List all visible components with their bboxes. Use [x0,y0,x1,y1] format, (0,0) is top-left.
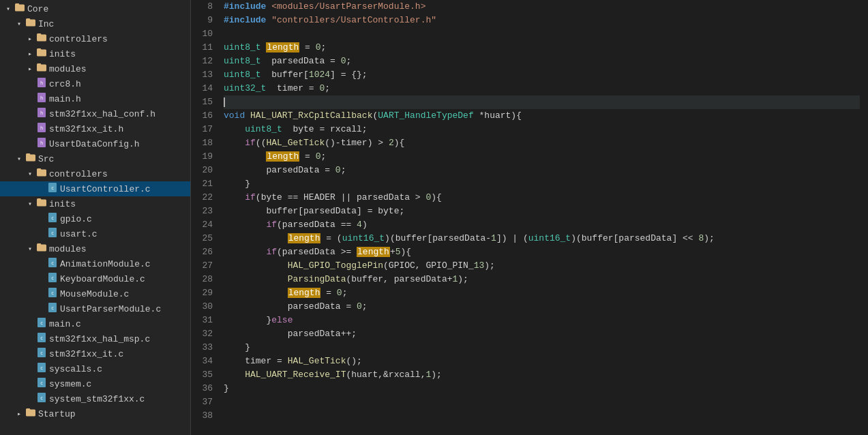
svg-text:h: h [40,110,43,116]
line-number-27: 27 [196,259,213,273]
sidebar-item-inc[interactable]: ▾Inc [0,16,190,31]
svg-text:c: c [51,185,54,191]
sidebar-item-usartparsermodule-c[interactable]: cUsartParserModule.c [0,301,190,316]
code-line-18: if((HAL_GetTick()-timer) > 2){ [224,136,860,150]
svg-text:c: c [40,395,43,401]
sidebar-item-main-h[interactable]: hmain.h [0,91,190,106]
tree-arrow-modules-src: ▾ [25,245,35,253]
file-explorer[interactable]: ▾Core▾Inc▸controllers▸inits▸moduleshcrc8… [0,0,191,435]
line-number-15: 15 [196,95,213,109]
tree-icon-main-h: h [35,92,48,106]
sidebar-item-stm32f1xx-hal-conf-h[interactable]: hstm32f1xx_hal_conf.h [0,106,190,121]
svg-text:h: h [40,80,43,86]
sidebar-item-stm32f1xx-hal-msp-c[interactable]: cstm32f1xx_hal_msp.c [0,331,190,346]
sidebar-item-system-stm32f1xx-c[interactable]: csystem_stm32f1xx.c [0,391,190,406]
line-number-9: 9 [196,14,213,27]
svg-text:h: h [40,125,43,131]
sidebar-item-stm32f1xx-it-c[interactable]: cstm32f1xx_it.c [0,346,190,361]
tree-label-modules-inc: modules [49,64,87,74]
sidebar-item-sysmem-c[interactable]: csysmem.c [0,376,190,391]
line-number-14: 14 [196,82,213,95]
tree-icon-core [14,2,26,16]
tree-arrow-inits-src: ▾ [25,200,35,208]
tree-label-core: Core [27,4,48,14]
sidebar-item-core[interactable]: ▾Core [0,1,190,16]
sidebar-item-usart-c[interactable]: cusart.c [0,226,190,241]
tree-arrow-inc: ▾ [14,20,25,28]
tree-icon-modules-inc [35,62,48,76]
tree-label-usartdataconfig-h: UsartDataConfig.h [49,139,140,149]
line-number-34: 34 [196,355,213,368]
tree-label-modules-src: modules [49,244,87,254]
sidebar-item-keyboardmodule-c[interactable]: cKeyboardModule.c [0,271,190,286]
sidebar-item-syscalls-c[interactable]: csyscalls.c [0,361,190,376]
svg-text:c: c [51,275,54,281]
code-line-31: }else [224,314,860,327]
line-number-25: 25 [196,232,213,245]
code-line-11: uint8_t length = 0; [224,41,860,55]
tree-label-system-stm32f1xx-c: system_stm32f1xx.c [49,394,145,404]
svg-text:c: c [51,290,54,296]
line-number-35: 35 [196,368,213,382]
tree-icon-gpio-c: c [46,212,59,226]
svg-text:h: h [40,140,43,146]
tree-icon-usartparsermodule-c: c [46,302,59,316]
sidebar-item-animationmodule-c[interactable]: cAnimationModule.c [0,256,190,271]
tree-label-controllers-src: controllers [49,169,108,179]
tree-icon-stm32f1xx-it-c: c [35,347,48,361]
sidebar-item-mousemodule-c[interactable]: cMouseModule.c [0,286,190,301]
tree-label-stm32f1xx-hal-msp-c: stm32f1xx_hal_msp.c [49,334,150,344]
code-line-17: uint8_t byte = rxcall; [224,123,860,136]
code-line-8: #include <modules/UsartParserModule.h> [224,0,860,14]
line-number-18: 18 [196,136,213,150]
tree-icon-controllers-src [35,167,48,181]
svg-text:c: c [40,365,43,371]
tree-label-inits-inc: inits [49,49,76,59]
sidebar-item-usartcontroller-c[interactable]: cUsartController.c [0,181,190,196]
sidebar-item-inits-inc[interactable]: ▸inits [0,46,190,61]
line-number-30: 30 [196,300,213,314]
code-line-26: if(parsedData >= length+5){ [224,245,860,259]
svg-text:c: c [51,215,54,221]
sidebar-item-controllers-src[interactable]: ▾controllers [0,166,190,181]
tree-icon-src [25,152,37,166]
sidebar-item-main-c[interactable]: cmain.c [0,316,190,331]
svg-text:h: h [40,95,43,101]
sidebar-item-crc8-h[interactable]: hcrc8.h [0,76,190,91]
svg-text:c: c [51,230,54,236]
tree-label-src: Src [38,154,54,164]
sidebar-item-src[interactable]: ▾Src [0,151,190,166]
tree-arrow-src: ▾ [14,155,25,163]
tree-icon-controllers-inc [35,32,48,46]
code-line-29: length = 0; [224,286,860,300]
tree-label-syscalls-c: syscalls.c [49,364,102,374]
code-line-38 [224,409,860,423]
line-number-11: 11 [196,41,213,55]
tree-arrow-startup: ▸ [14,410,25,418]
line-number-36: 36 [196,382,213,395]
tree-label-main-h: main.h [49,94,81,104]
sidebar-item-usartdataconfig-h[interactable]: hUsartDataConfig.h [0,136,190,151]
line-number-12: 12 [196,55,213,68]
sidebar-item-controllers-inc[interactable]: ▸controllers [0,31,190,46]
sidebar-item-inits-src[interactable]: ▾inits [0,196,190,211]
tree-icon-modules-src [35,242,48,256]
tree-label-gpio-c: gpio.c [60,214,92,224]
sidebar-item-modules-src[interactable]: ▾modules [0,241,190,256]
code-line-33: } [224,341,860,355]
code-editor[interactable]: 8910111213141516171819202122232425262728… [191,0,868,435]
tree-label-animationmodule-c: AnimationModule.c [60,259,151,269]
sidebar-item-gpio-c[interactable]: cgpio.c [0,211,190,226]
tree-icon-animationmodule-c: c [46,257,59,271]
sidebar-item-modules-inc[interactable]: ▸modules [0,61,190,76]
code-line-16: void HAL_UART_RxCpltCallback(UART_Handle… [224,109,860,123]
sidebar-item-stm32f1xx-it-h[interactable]: hstm32f1xx_it.h [0,121,190,136]
code-line-27: HAL_GPIO_TogglePin(GPIOC, GPIO_PIN_13); [224,259,860,273]
tree-label-inc: Inc [38,19,54,29]
tree-label-inits-src: inits [49,199,76,209]
sidebar-item-startup[interactable]: ▸Startup [0,406,190,421]
code-line-14: uint32_t timer = 0; [224,82,860,95]
tree-label-stm32f1xx-hal-conf-h: stm32f1xx_hal_conf.h [49,109,155,119]
line-number-29: 29 [196,286,213,300]
tree-icon-usartcontroller-c: c [46,182,59,196]
